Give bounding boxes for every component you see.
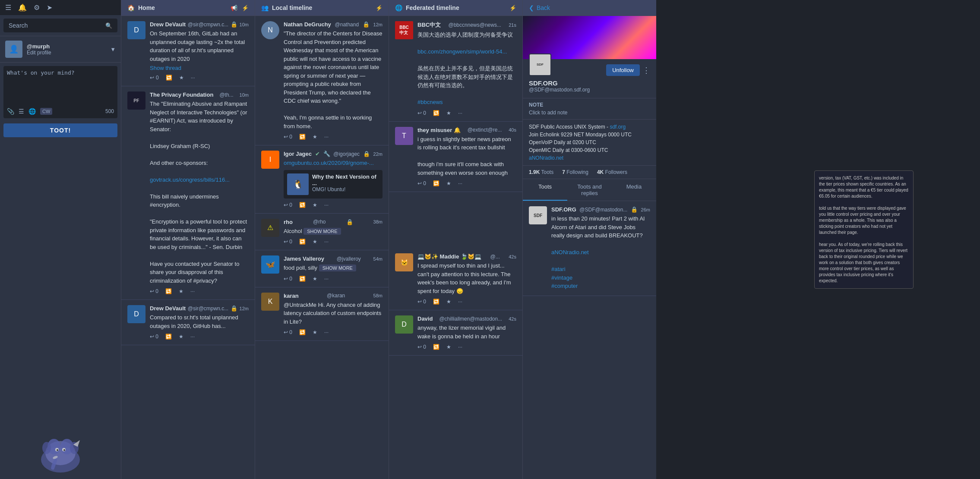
bell-icon[interactable]: 🔔 [18,3,27,12]
more-action[interactable]: ··· [324,134,329,140]
toot-handle: @bbccnnews@news... [449,22,501,28]
reply-action[interactable]: ↩ 0 [417,110,426,116]
tab-media[interactable]: Media [612,179,656,201]
fav-action[interactable]: ★ [313,239,317,245]
reply-action[interactable]: ↩ 0 [417,344,426,350]
nav-icons: ☰ 🔔 ⚙ ➤ [5,3,52,12]
more-action[interactable]: ··· [458,180,462,186]
column-federated-title-area: 🌐 Federated timeline [395,4,459,11]
more-action[interactable]: ··· [324,239,329,245]
boost-action[interactable]: 🔁 [165,334,172,340]
cw-button[interactable]: CW [40,108,52,115]
compose-textarea[interactable] [7,69,114,104]
toot-header: 💻🐱✨ Maddie 🍃🐱💻 @... 42s [417,253,516,260]
profile-expand-icon[interactable]: ▼ [110,46,116,53]
more-action[interactable]: ··· [324,329,329,335]
tab-toots[interactable]: Toots [523,179,567,201]
reply-action[interactable]: ↩ 0 [150,75,159,81]
back-button[interactable]: ❮ Back [529,4,550,11]
fav-action[interactable]: ★ [179,75,184,81]
boost-action[interactable]: 🔁 [166,75,172,81]
gear-icon[interactable]: ⚙ [34,3,40,12]
fav-action[interactable]: ★ [446,344,451,350]
omg-link[interactable]: omgubuntu.co.uk/2020/09/gnome-... [284,160,374,166]
search-input[interactable] [9,22,102,29]
edit-profile-link[interactable]: Edit profile [27,50,51,56]
list-icon[interactable]: ☰ [19,108,24,115]
toot-header: Drew DeVault @sir@cmpwn.c... 🔒 10m [150,21,249,28]
fav-action[interactable]: ★ [446,299,451,305]
toot-header: Nathan DeGruchy @nathand 🔒 12m [284,21,383,28]
more-action[interactable]: ··· [190,334,195,340]
fav-action[interactable]: ★ [313,276,317,282]
settings-icon[interactable]: ⚡ [376,5,383,11]
toots-stat: 1.9K Toots [529,169,553,175]
reply-action[interactable]: ↩ 0 [284,276,292,282]
fav-action[interactable]: ★ [446,180,451,186]
boost-action[interactable]: 🔁 [299,239,306,245]
boost-action[interactable]: 🔁 [433,344,439,350]
unfollow-button[interactable]: Unfollow [606,64,640,76]
show-more-badge[interactable]: SHOW MORE [303,228,341,235]
mascot [0,139,121,479]
boost-action[interactable]: 🔁 [165,288,172,294]
logout-icon[interactable]: ➤ [47,3,52,12]
more-action[interactable]: ··· [458,344,462,350]
boost-action[interactable]: 🔁 [433,110,439,116]
more-action[interactable]: ··· [458,299,462,305]
boost-action[interactable]: 🔁 [299,276,306,282]
svg-point-4 [42,442,51,454]
reply-action[interactable]: ↩ 0 [284,134,292,140]
boost-action[interactable]: 🔁 [299,329,306,335]
settings-icon[interactable]: ⚡ [509,5,516,11]
toot: D Drew DeVault @sir@cmpwn.c... 🔒 10m On … [121,16,255,86]
toot-author: Nathan DeGruchy [284,21,331,28]
menu-icon[interactable]: ☰ [5,3,11,12]
sdf-link[interactable]: sdf.org [610,124,626,130]
attachment-icon[interactable]: 📎 [7,108,14,115]
boost-action[interactable]: 🔁 [433,299,439,305]
link-preview-info: Why the Next Version of ... OMG! Ubuntu! [312,173,379,192]
toot-button[interactable]: TOOT! [3,123,117,137]
bbc-link[interactable]: bbc.com/zhongwen/simp/world-54... [417,48,507,55]
settings-icon[interactable]: ⚡ [242,5,249,11]
fav-action[interactable]: ★ [313,134,317,140]
show-more-badge[interactable]: SHOW MORE [319,265,356,271]
toot-content: "The director of the Centers for Disease… [284,29,383,130]
boost-action[interactable]: 🔁 [299,202,306,208]
tab-toots-replies[interactable]: Toots and replies [567,179,612,201]
toot-time: 42s [509,316,516,321]
column-local-header: 👥 Local timeline ⚡ [255,0,389,16]
toot-handle: @jvalleroy [337,256,361,262]
fav-action[interactable]: ★ [179,288,183,294]
globe-icon[interactable]: 🌐 [28,108,36,115]
more-options-icon[interactable]: ⋮ [642,66,650,75]
reply-action[interactable]: ↩ 0 [150,334,158,340]
toot-body: 💻🐱✨ Maddie 🍃🐱💻 @... 42s I spread myself … [417,253,516,305]
more-action[interactable]: ··· [324,276,329,282]
boost-action[interactable]: 🔁 [433,180,439,186]
reply-action[interactable]: ↩ 0 [417,299,426,305]
more-action[interactable]: ··· [191,75,195,81]
fav-action[interactable]: ★ [179,334,183,340]
note-placeholder[interactable]: Click to add note [529,110,650,116]
show-thread-link[interactable]: Show thread [150,65,181,71]
boost-action[interactable]: 🔁 [299,134,306,140]
reply-action[interactable]: ↩ 0 [417,180,426,186]
reply-action[interactable]: ↩ 0 [284,202,292,208]
more-action[interactable]: ··· [458,110,462,116]
toot-time: 26m [641,207,650,212]
more-action[interactable]: ··· [190,288,195,294]
announce-icon[interactable]: 📢 [231,5,237,11]
reply-action[interactable]: ↩ 0 [150,288,158,294]
more-action[interactable]: ··· [324,202,329,208]
fav-action[interactable]: ★ [313,329,317,335]
anonradio-link[interactable]: aNONradio.net [529,155,563,161]
anonradio-link2[interactable]: aNONradio.net [551,249,589,255]
reply-action[interactable]: ↩ 0 [284,329,292,335]
fav-action[interactable]: ★ [446,110,451,116]
reply-action[interactable]: ↩ 0 [284,239,292,245]
fav-action[interactable]: ★ [313,202,317,208]
toot: 🐱 💻🐱✨ Maddie 🍃🐱💻 @... 42s I spread mysel… [389,248,522,310]
gov-link[interactable]: govtrack.us/congress/bills/116... [150,176,230,183]
